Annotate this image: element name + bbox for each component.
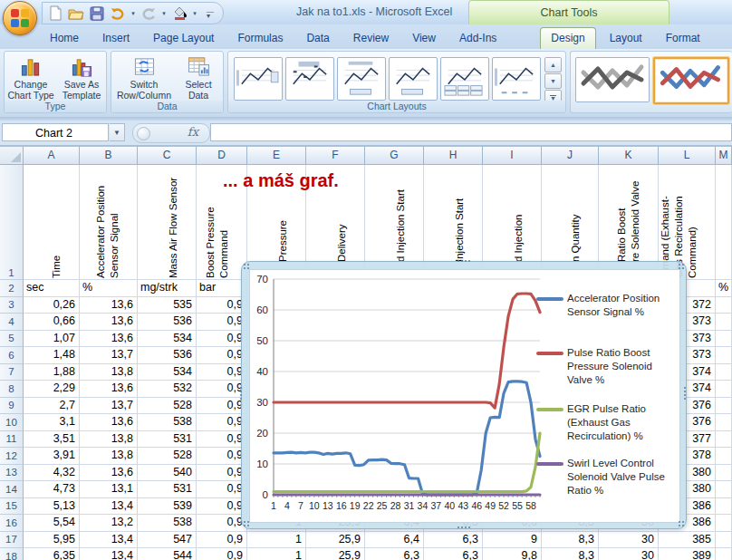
row-header-15[interactable]: 15 [0, 498, 24, 516]
chart-style-option-2-selected[interactable] [653, 57, 729, 104]
cell-A11[interactable]: 3,51 [24, 431, 80, 449]
undo-icon[interactable] [109, 5, 127, 22]
qat-customize-icon[interactable]: ―▾ [207, 9, 214, 18]
formula-input[interactable] [210, 123, 732, 141]
new-document-icon[interactable] [46, 5, 64, 22]
chart-style-option-1[interactable] [575, 57, 650, 102]
change-chart-type-button[interactable]: Change Chart Type [6, 54, 55, 101]
cell-C3[interactable]: 535 [138, 297, 197, 314]
cell-A4[interactable]: 0,66 [24, 314, 80, 331]
row-header-12[interactable]: 12 [0, 448, 24, 465]
cell-D16[interactable]: 0,9 [197, 515, 247, 532]
select-all-corner[interactable] [0, 147, 24, 165]
cell-C12[interactable]: 528 [138, 448, 197, 465]
row-header-2[interactable]: 2 [0, 280, 24, 297]
cell-I17[interactable]: 9 [483, 532, 542, 549]
cell-B8[interactable]: 13,6 [80, 381, 138, 398]
row-header-14[interactable]: 14 [0, 481, 24, 498]
cell-M15[interactable] [716, 498, 732, 516]
dropdown-caret-icon[interactable]: ▾ [130, 10, 137, 17]
cell-D11[interactable]: 0,9 [197, 431, 247, 449]
cell-M8[interactable] [716, 381, 732, 398]
cell-C2[interactable]: mg/strk [138, 280, 197, 297]
cell-C13[interactable]: 540 [138, 465, 197, 482]
cell-B14[interactable]: 13,1 [80, 481, 138, 498]
row-header-6[interactable]: 6 [0, 347, 24, 364]
cell-G17[interactable]: 6,4 [365, 532, 424, 549]
chart-layout-option-5[interactable] [440, 57, 489, 101]
legend-entry[interactable]: Accelerator Position Sensor Signal % [536, 292, 674, 319]
cell-A15[interactable]: 5,13 [24, 498, 80, 516]
cell-M11[interactable] [716, 431, 732, 449]
redo-icon[interactable] [140, 5, 158, 22]
cell-C18[interactable]: 544 [138, 548, 197, 560]
row-header-11[interactable]: 11 [0, 431, 24, 449]
chart-layout-option-4[interactable] [389, 57, 438, 101]
cell-A8[interactable]: 2,29 [24, 381, 80, 398]
cell-B16[interactable]: 13,2 [80, 515, 138, 532]
row-header-5[interactable]: 5 [0, 331, 24, 348]
insert-function-icon[interactable]: fx [188, 125, 198, 139]
gallery-scroll-up-button[interactable]: ▲ [544, 57, 562, 72]
cell-D9[interactable]: 0,9 [197, 398, 247, 415]
chart-legend[interactable]: Accelerator Position Sensor Signal %Puls… [536, 270, 678, 522]
series-line[interactable] [274, 294, 540, 408]
cell-J18[interactable]: 8,3 [542, 548, 599, 560]
cell-C10[interactable]: 538 [138, 414, 197, 431]
legend-entry[interactable]: Pulse Ratio Boost Pressure Solenoid Valv… [536, 346, 674, 388]
cell-M14[interactable] [716, 481, 732, 498]
cell-H17[interactable]: 6,3 [424, 532, 483, 549]
cell-C17[interactable]: 547 [138, 532, 197, 549]
tab-add-ins[interactable]: Add-Ins [449, 28, 506, 49]
cell-D12[interactable]: 0,9 [197, 448, 247, 465]
select-data-button[interactable]: Select Data [177, 54, 220, 101]
fill-color-icon[interactable] [170, 5, 188, 22]
column-header-A[interactable]: A [24, 147, 80, 165]
cell-A5[interactable]: 1,07 [24, 331, 80, 348]
cell-B10[interactable]: 13,6 [80, 414, 138, 431]
cell-A6[interactable]: 1,48 [24, 347, 80, 364]
cell-C8[interactable]: 532 [138, 381, 197, 398]
cell-M18[interactable] [716, 548, 732, 560]
tab-layout[interactable]: Layout [600, 28, 652, 49]
cell-B6[interactable]: 13,7 [80, 347, 138, 364]
cell-J17[interactable]: 8,3 [542, 532, 599, 549]
column-header-K[interactable]: K [599, 147, 659, 165]
cell-C7[interactable]: 534 [138, 364, 197, 381]
tab-home[interactable]: Home [40, 28, 89, 49]
cell-F18[interactable]: 25,9 [306, 548, 365, 560]
cell-C6[interactable]: 536 [138, 347, 197, 364]
cell-G18[interactable]: 6,3 [365, 548, 424, 560]
cell-K17[interactable]: 30 [599, 532, 659, 549]
cell-D6[interactable]: 0,9 [197, 347, 247, 364]
cell-C11[interactable]: 531 [138, 431, 197, 449]
cell-D2[interactable]: bar [197, 280, 247, 297]
cell-C14[interactable]: 531 [138, 481, 197, 498]
cell-D7[interactable]: 0,9 [197, 364, 247, 381]
open-icon[interactable] [67, 5, 85, 22]
cell-A3[interactable]: 0,26 [24, 297, 80, 314]
cell-M4[interactable] [716, 314, 732, 331]
cell-D14[interactable]: 0,9 [197, 481, 247, 498]
legend-entry[interactable]: EGR Pulse Ratio (Exhaust Gas Recirculati… [536, 402, 674, 444]
cell-M10[interactable] [716, 414, 732, 431]
cell-A14[interactable]: 4,73 [24, 481, 80, 498]
cell-D17[interactable]: 0,9 [197, 532, 247, 549]
cell-I18[interactable]: 9,8 [483, 548, 542, 560]
cell-B17[interactable]: 13,4 [80, 532, 138, 549]
cell-M2[interactable]: % [716, 280, 732, 297]
cell-E17[interactable]: 1 [247, 532, 306, 549]
tab-insert[interactable]: Insert [92, 28, 140, 49]
cell-B9[interactable]: 13,7 [80, 398, 138, 415]
cell-H18[interactable]: 6,3 [424, 548, 483, 560]
cell-B4[interactable]: 13,6 [80, 314, 138, 331]
cell-D13[interactable]: 0,9 [197, 465, 247, 482]
cell-M17[interactable] [716, 532, 732, 549]
cell-B15[interactable]: 13,4 [80, 498, 138, 516]
column-header-D[interactable]: D [197, 147, 247, 165]
cell-A9[interactable]: 2,7 [24, 398, 80, 415]
cell-L17[interactable]: 385 [659, 532, 716, 549]
column-header-M[interactable]: M [716, 147, 732, 165]
cell-B5[interactable]: 13,6 [80, 331, 138, 348]
cell-D4[interactable]: 0,9 [197, 314, 247, 331]
